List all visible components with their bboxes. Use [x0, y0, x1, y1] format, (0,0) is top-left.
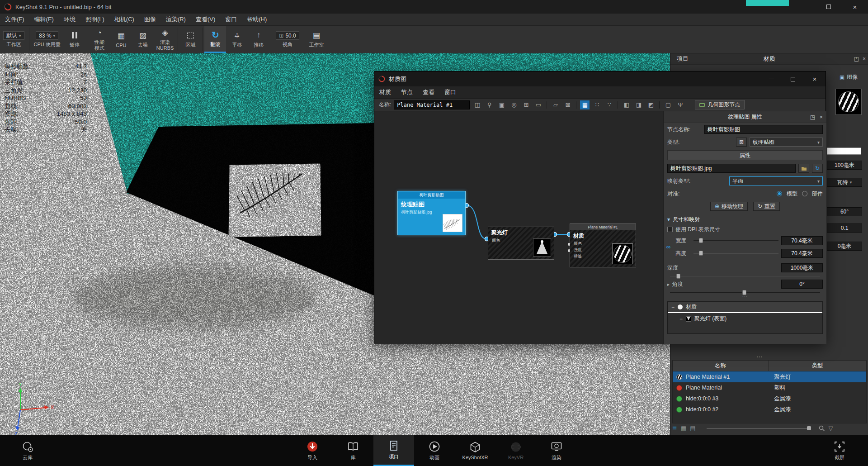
target-icon[interactable]: ◎ [509, 100, 519, 109]
filter-icon[interactable]: ▽ [829, 425, 833, 432]
node-canvas[interactable]: 树叶剪影贴图 纹理贴图 树叶剪影贴图.jpg 聚光灯 颜色 Plane Mate… [374, 111, 663, 344]
menu-file[interactable]: 文件(F) [0, 14, 29, 26]
branch-icon[interactable]: Ψ [675, 100, 685, 109]
pattern-icon[interactable]: ∷ [592, 100, 602, 109]
tree-item-spotlight[interactable]: − 聚光灯 (表面) [668, 313, 822, 324]
render-button[interactable]: 渲染 [536, 435, 577, 466]
search-icon[interactable] [819, 425, 825, 432]
menu-edit[interactable]: 编辑(E) [29, 14, 59, 26]
material-root-node[interactable]: Plane Material #1 材质 颜色 强度 标签 [570, 223, 636, 267]
close-button[interactable]: × [804, 71, 826, 86]
column-header-type[interactable]: 类型 [769, 361, 866, 371]
menu-lighting[interactable]: 照明(L) [80, 14, 109, 26]
tree-item-material[interactable]: − 材质 [668, 302, 822, 313]
pan-button[interactable]: ↔↕ 平移 [226, 26, 248, 53]
library-button[interactable]: 库 [333, 435, 373, 466]
close-icon[interactable]: × [820, 114, 823, 120]
menu-camera[interactable]: 相机(C) [109, 14, 139, 26]
detail-view-icon[interactable]: ▤ [690, 425, 695, 432]
popout-icon[interactable]: ◳ [854, 56, 859, 62]
delete-node-button[interactable]: ⊠ [736, 138, 747, 147]
geometry-node-button[interactable]: 几何图形节点 [695, 100, 745, 109]
depth-slider[interactable] [670, 276, 820, 277]
mg-menu-view[interactable]: 查看 [418, 86, 439, 99]
table-row[interactable]: hide:0:0:0 #3 金属漆 [673, 393, 866, 404]
size-mapping-section[interactable]: ▾ 尺寸和映射 [664, 214, 826, 224]
falloff-field-partial[interactable]: 0.1 [827, 223, 862, 233]
keyshotxr-button[interactable]: KeyShotXR [455, 435, 495, 466]
node-type-dropdown[interactable]: 纹理贴图▾ [750, 138, 823, 147]
material-preview-thumbnail[interactable] [835, 89, 862, 115]
menu-image[interactable]: 图像 [139, 14, 161, 26]
depth-value[interactable]: 1000毫米 [781, 263, 823, 272]
close-icon[interactable]: × [863, 56, 866, 62]
dots-icon[interactable]: ∵ [604, 100, 614, 109]
render-nurbs-button[interactable]: ◈ 渲染 NURBS [154, 26, 177, 53]
save-icon[interactable]: ◫ [472, 100, 482, 109]
layout-right-icon[interactable]: ◩ [646, 100, 656, 109]
beam-angle-field-partial[interactable]: 60° [827, 207, 862, 216]
width-value[interactable]: 70.4毫米 [781, 236, 823, 245]
tab-properties[interactable]: 属性 [667, 150, 823, 160]
material-graph-titlebar[interactable]: 材质图 × [374, 71, 826, 86]
texture-file-input[interactable] [667, 164, 796, 173]
dpi-checkbox[interactable] [667, 227, 673, 232]
delete-icon[interactable]: ⊠ [563, 100, 572, 109]
width-slider[interactable] [693, 240, 778, 241]
mg-menu-material[interactable]: 材质 [374, 86, 396, 99]
radio-part[interactable] [802, 191, 807, 196]
layout-center-icon[interactable]: ◨ [634, 100, 643, 109]
collapse-icon[interactable]: − [679, 316, 683, 322]
maximize-button[interactable] [782, 71, 804, 86]
popout-icon[interactable]: ◳ [810, 114, 815, 120]
slider-handle[interactable] [807, 426, 811, 430]
menu-help[interactable]: 帮助(H) [242, 14, 272, 26]
pause-button[interactable]: 暂停 [64, 26, 85, 53]
project-button[interactable]: 项目 [373, 435, 414, 466]
grid-view-icon[interactable]: ▦ [681, 425, 686, 432]
column-header-name[interactable]: 名称 [673, 361, 769, 371]
power-unit-dropdown-partial[interactable]: 瓦特▾ [827, 178, 862, 187]
lock-icon[interactable]: ▭ [533, 100, 543, 109]
panel-resize-grip[interactable]: ⋯ [756, 353, 764, 360]
cpu-usage-selector[interactable]: 83 %▾ CPU 使用量 [31, 26, 64, 53]
menu-render[interactable]: 渲染(R) [161, 14, 191, 26]
height-value[interactable]: 70.4毫米 [781, 249, 823, 258]
keyvr-button[interactable]: KeyVR [495, 435, 536, 466]
node-name-input[interactable] [704, 125, 823, 134]
mapping-type-dropdown[interactable]: 平面▾ [729, 176, 823, 185]
maximize-button[interactable] [816, 0, 842, 14]
list-view-icon[interactable]: ≣ [672, 425, 677, 432]
spotlight-node[interactable]: 聚光灯 颜色 [488, 227, 554, 260]
cloud-library-button[interactable]: 云库 [7, 435, 48, 466]
color-swatch-partial[interactable] [827, 147, 861, 155]
fov-control[interactable]: ⊞50.0 视角 [273, 26, 302, 53]
move-texture-button[interactable]: ⊕移动纹理 [710, 202, 748, 211]
import-button[interactable]: 导入 [292, 435, 333, 466]
reload-texture-button[interactable]: ↻ [812, 164, 823, 173]
workspace-selector[interactable]: 默认▾ 工作区 [0, 26, 28, 53]
region-button[interactable]: 区域 [179, 26, 201, 53]
tumble-button[interactable]: ↻ 翻滚 [204, 26, 226, 53]
slider-handle[interactable] [676, 274, 680, 279]
grid-snap-icon[interactable]: ▦ [580, 100, 590, 109]
radio-model[interactable] [777, 191, 782, 196]
table-row[interactable]: Plane Material #1 聚光灯 [673, 371, 866, 382]
dolly-button[interactable]: ↑ 推移 [248, 26, 269, 53]
studio-button[interactable]: ▤ 工作室 [306, 26, 327, 53]
search-icon[interactable]: ⚲ [485, 100, 494, 109]
preview-icon[interactable]: ▣ [497, 100, 506, 109]
mg-menu-node[interactable]: 节点 [396, 86, 418, 99]
size-field-partial[interactable]: 100毫米 [827, 161, 862, 170]
angle-value[interactable]: 0° [781, 280, 823, 289]
compare-icon[interactable]: ⊞ [521, 100, 531, 109]
reset-button[interactable]: ↻重置 [753, 202, 780, 211]
minimize-button[interactable] [760, 71, 782, 86]
duplicate-icon[interactable]: ▱ [551, 100, 560, 109]
menu-window[interactable]: 窗口 [220, 14, 242, 26]
close-button[interactable]: × [842, 0, 868, 14]
slider-handle[interactable] [742, 290, 746, 295]
height-slider[interactable] [693, 253, 778, 254]
table-row[interactable]: Plane Material 塑料 [673, 382, 866, 393]
mg-menu-window[interactable]: 窗口 [439, 86, 461, 99]
